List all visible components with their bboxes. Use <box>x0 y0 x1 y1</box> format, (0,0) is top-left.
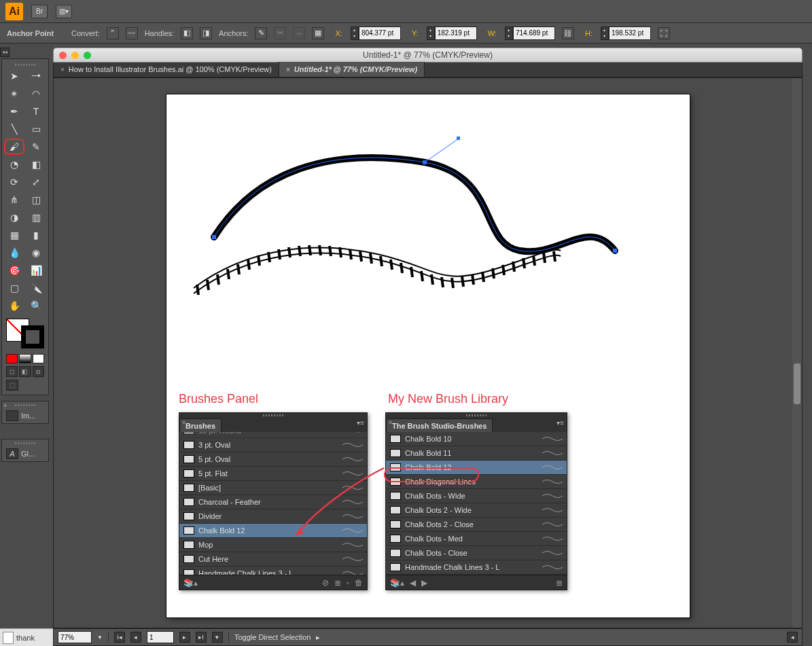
brush-row[interactable]: Handmade Chalk Lines 3 - L <box>179 567 367 575</box>
close-icon[interactable]: × <box>3 402 7 409</box>
rotate-tool[interactable]: ⟳ <box>4 174 24 190</box>
stroke-swatch[interactable] <box>21 325 44 348</box>
draw-normal-icon[interactable]: ◻ <box>6 366 18 377</box>
close-icon[interactable]: × <box>182 419 186 426</box>
color-button[interactable] <box>6 354 18 363</box>
glyphs-icon[interactable]: A <box>6 448 18 459</box>
brush-row[interactable]: Handmade Chalk Lines 3 - L <box>386 560 567 575</box>
direct-selection-tool[interactable]: ⭢ <box>26 68 46 84</box>
prev-library-icon[interactable]: ◀ <box>410 578 416 588</box>
width-tool[interactable]: ⋔ <box>4 192 24 208</box>
free-transform-tool[interactable]: ◫ <box>26 192 46 208</box>
vertical-scrollbar[interactable] <box>792 78 802 628</box>
close-icon[interactable]: × <box>389 419 392 426</box>
new-brush-icon[interactable]: ▫ <box>347 578 349 588</box>
panel-tab[interactable]: The Brush Studio-Brushes <box>386 418 493 432</box>
handles-show-icon[interactable]: ◧ <box>181 27 193 39</box>
hscroll-left-icon[interactable]: ◂ <box>787 632 798 643</box>
rectangle-tool[interactable]: ▭ <box>26 121 46 137</box>
brush-options-icon[interactable]: ≣ <box>334 578 341 588</box>
y-input[interactable] <box>435 26 477 40</box>
w-field[interactable]: ▴▾ <box>505 26 555 40</box>
mini-panel-glyphs[interactable]: AGl... <box>1 439 49 462</box>
blend-tool[interactable]: ◉ <box>26 245 46 261</box>
collapse-panels-icon[interactable]: ◂◂ <box>0 48 10 57</box>
pencil-tool[interactable]: ✎ <box>26 139 46 155</box>
next-library-icon[interactable]: ▶ <box>421 578 427 588</box>
anchor-remove-icon[interactable]: ✎ <box>255 27 267 39</box>
magic-wand-tool[interactable]: ✴ <box>4 86 24 102</box>
link-wh-icon[interactable]: ⛓ <box>562 27 574 39</box>
hand-tool[interactable]: ✋ <box>4 298 24 314</box>
convert-corner-icon[interactable]: ⌃ <box>107 27 119 39</box>
x-input[interactable] <box>359 26 401 40</box>
artboard[interactable]: Brushes Panel My New Brush Library × ▾≡ … <box>166 94 690 617</box>
prev-artboard-icon[interactable]: ◂ <box>130 632 141 643</box>
panel-tab[interactable]: Brushes <box>179 418 222 432</box>
zoom-window-icon[interactable] <box>84 52 91 59</box>
canvas-area[interactable]: Brushes Panel My New Brush Library × ▾≡ … <box>53 77 802 628</box>
close-tab-icon[interactable]: × <box>60 66 65 73</box>
lasso-tool[interactable]: ◠ <box>26 86 46 102</box>
zoom-dropdown-icon[interactable]: ▼ <box>97 634 103 641</box>
eraser-tool[interactable]: ◧ <box>26 156 46 173</box>
gradient-tool[interactable]: ▮ <box>26 227 46 243</box>
screen-mode-icon[interactable]: ⬚ <box>6 380 18 391</box>
scale-tool[interactable]: ⤢ <box>26 174 46 190</box>
selection-tool[interactable]: ➤ <box>4 68 24 84</box>
none-button[interactable] <box>33 354 44 363</box>
h-field[interactable]: ▴▾ <box>601 26 651 40</box>
arrange-documents-button[interactable]: ▥▾ <box>56 5 72 18</box>
convert-smooth-icon[interactable]: 〰 <box>126 27 138 39</box>
brush-row[interactable]: Chalk Bold 10 <box>386 432 567 446</box>
brush-libraries-icon[interactable]: 📚▴ <box>390 578 404 588</box>
eyedropper-tool[interactable]: 💧 <box>4 245 24 261</box>
fill-stroke-control[interactable] <box>5 317 46 350</box>
draw-inside-icon[interactable]: ◘ <box>33 366 44 377</box>
brush-row[interactable]: Cut Here <box>179 552 367 567</box>
bridge-button[interactable]: Br <box>31 5 48 18</box>
scrollbar-thumb[interactable] <box>794 363 800 404</box>
panel-grip-icon[interactable] <box>3 62 47 67</box>
type-tool[interactable]: T <box>26 103 46 120</box>
brush-row[interactable]: Chalk Bold 11 <box>386 446 567 461</box>
next-artboard-icon[interactable]: ▸ <box>179 632 190 643</box>
w-input[interactable] <box>513 26 555 40</box>
line-tool[interactable]: ╲ <box>4 121 24 137</box>
document-tab[interactable]: × How to Install Illustrator Brushes.ai … <box>54 62 279 77</box>
close-tab-icon[interactable]: × <box>286 66 290 73</box>
handles-hide-icon[interactable]: ◨ <box>200 27 212 39</box>
anchor-cut-icon[interactable]: ✂ <box>274 27 286 39</box>
brush-row[interactable]: 3 pt. Oval <box>179 438 367 452</box>
panel-grip-icon[interactable] <box>179 413 367 418</box>
align-to-pixel-icon[interactable]: ▦ <box>312 27 324 39</box>
document-icon[interactable] <box>3 632 14 644</box>
document-tab[interactable]: × Untitled-1* @ 77% (CMYK/Preview) <box>279 62 425 77</box>
mesh-tool[interactable]: ▦ <box>4 227 24 243</box>
zoom-input[interactable] <box>58 631 92 643</box>
last-artboard-icon[interactable]: ▸I <box>196 632 207 643</box>
shape-builder-tool[interactable]: ◑ <box>4 209 24 226</box>
artboard-number-input[interactable] <box>147 631 174 643</box>
blob-brush-tool[interactable]: ◔ <box>4 156 24 173</box>
zoom-tool[interactable]: 🔍 <box>26 298 46 314</box>
panel-grip-icon[interactable] <box>386 413 567 418</box>
first-artboard-icon[interactable]: I◂ <box>114 632 125 643</box>
mini-panel-image[interactable]: × Im... <box>1 401 49 424</box>
artboard-nav-dropdown-icon[interactable]: ▾ <box>212 632 223 643</box>
image-trace-icon[interactable] <box>6 410 18 421</box>
list-view-icon[interactable]: ≣ <box>556 578 563 588</box>
isolate-icon[interactable]: ⛶ <box>658 27 670 39</box>
gradient-button[interactable] <box>19 354 31 363</box>
pen-tool[interactable]: ✒ <box>4 103 24 120</box>
graph-tool[interactable]: 📊 <box>26 262 46 279</box>
symbol-sprayer-tool[interactable]: 🎯 <box>4 262 24 279</box>
artboard-tool[interactable]: ▢ <box>4 280 24 296</box>
slice-tool[interactable]: 🔪 <box>26 280 46 296</box>
remove-stroke-icon[interactable]: ⊘ <box>322 578 329 588</box>
y-field[interactable]: ▴▾ <box>427 26 477 40</box>
paintbrush-tool[interactable]: 🖌 <box>4 139 24 155</box>
status-menu-icon[interactable]: ▸ <box>316 633 320 642</box>
draw-behind-icon[interactable]: ◧ <box>19 366 31 377</box>
anchor-connect-icon[interactable]: ↔ <box>293 27 305 39</box>
